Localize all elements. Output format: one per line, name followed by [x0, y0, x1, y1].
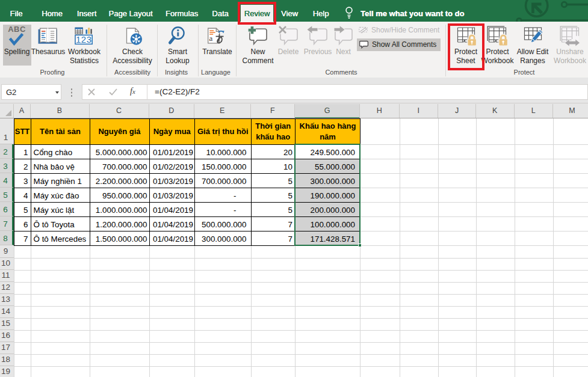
- svg-text:a: a: [209, 34, 212, 43]
- svg-text:123: 123: [76, 34, 92, 44]
